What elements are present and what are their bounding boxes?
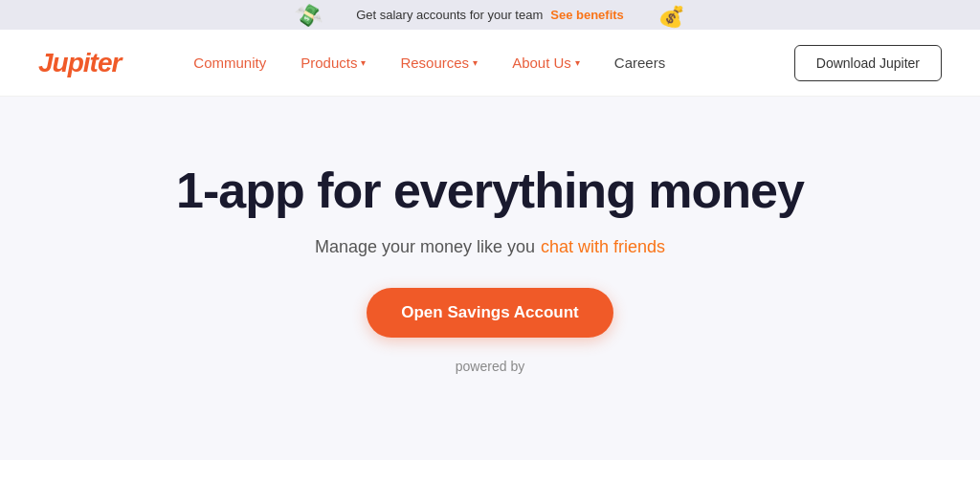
nav-item-resources[interactable]: Resources ▾ [385, 47, 493, 78]
download-button[interactable]: Download Jupiter [794, 45, 942, 81]
nav-item-careers[interactable]: Careers [599, 47, 680, 78]
hero-subtitle-highlight: chat with friends [541, 237, 665, 257]
powered-by-text: powered by [456, 359, 524, 374]
banner-emoji-left: 💸 [293, 0, 324, 31]
nav-item-about[interactable]: About Us ▾ [497, 47, 595, 78]
banner-text: Get salary accounts for your team [356, 8, 543, 22]
hero-section: 1-app for everything money Manage your m… [0, 97, 980, 460]
open-savings-account-button[interactable]: Open Savings Account [367, 288, 612, 338]
nav-item-products[interactable]: Products ▾ [285, 47, 381, 78]
top-banner: 💸 Get salary accounts for your team See … [0, 0, 980, 30]
nav-label-community: Community [193, 55, 266, 71]
banner-link[interactable]: See benefits [550, 8, 624, 22]
hero-subtitle: Manage your money like you chat with fri… [315, 237, 665, 257]
chevron-down-icon: ▾ [361, 57, 366, 68]
nav-actions: Download Jupiter [794, 45, 942, 81]
nav-label-products: Products [301, 55, 357, 71]
chevron-down-icon: ▾ [473, 57, 478, 68]
hero-subtitle-text: Manage your money like you [315, 237, 535, 257]
logo[interactable]: Jupiter [38, 48, 121, 78]
banner-emoji-right: 💰 [656, 0, 687, 31]
nav-links: Community Products ▾ Resources ▾ About U… [178, 47, 793, 78]
navbar: Jupiter Community Products ▾ Resources ▾… [0, 30, 980, 97]
chevron-down-icon: ▾ [575, 57, 580, 68]
hero-title: 1-app for everything money [176, 164, 804, 218]
nav-item-community[interactable]: Community [178, 47, 281, 78]
nav-label-resources: Resources [400, 55, 469, 71]
nav-label-careers: Careers [614, 55, 665, 71]
nav-label-about: About Us [512, 55, 571, 71]
